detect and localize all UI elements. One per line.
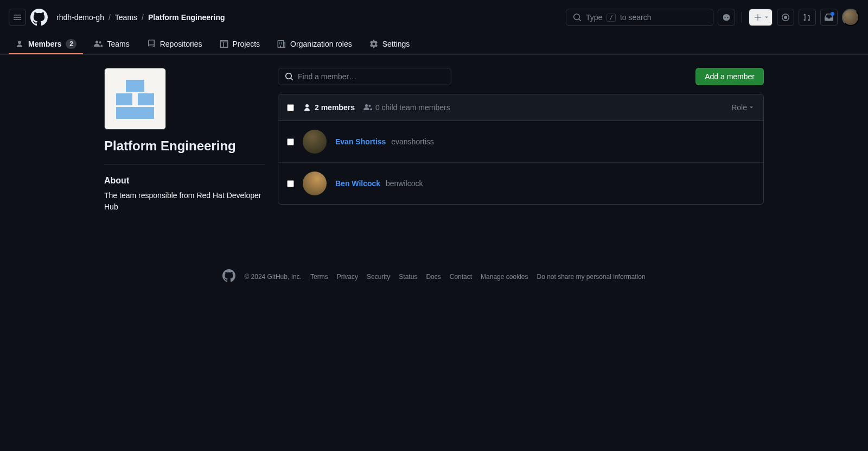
search-label: Type (586, 13, 602, 22)
inbox-icon (825, 13, 833, 22)
caret-down-icon (748, 104, 755, 111)
person-icon (15, 40, 24, 48)
select-all-checkbox[interactable] (287, 104, 294, 111)
member-username: evanshortiss (391, 137, 434, 146)
member-name-link[interactable]: Ben Wilcock (335, 179, 380, 188)
child-members-label: 0 child team members (375, 103, 450, 112)
member-avatar[interactable] (303, 130, 327, 154)
team-name: Platform Engineering (104, 138, 265, 154)
github-logo[interactable] (30, 9, 48, 26)
member-name-link[interactable]: Evan Shortiss (335, 137, 386, 146)
global-search[interactable]: Type / to search (566, 9, 713, 26)
member-info: Ben Wilcock benwilcock (335, 179, 423, 188)
main-container: Platform Engineering About The team resp… (87, 55, 781, 226)
notifications-button[interactable] (820, 9, 838, 26)
tab-label: Settings (382, 40, 410, 48)
footer: © 2024 GitHub, Inc. Terms Privacy Securi… (87, 247, 781, 306)
footer-link-privacy[interactable]: Privacy (337, 273, 358, 281)
sidebar: Platform Engineering About The team resp… (104, 68, 265, 213)
member-info: Evan Shortiss evanshortiss (335, 137, 434, 146)
find-member-input[interactable] (298, 72, 444, 81)
members-count-tab[interactable]: 2 members (303, 103, 355, 112)
select-member-checkbox[interactable] (287, 138, 294, 145)
svg-rect-1 (116, 93, 132, 105)
gear-icon (369, 40, 378, 48)
table-icon (220, 40, 228, 48)
tab-label: Members (28, 40, 61, 48)
members-box: 2 members 0 child team members Role Evan… (278, 94, 764, 205)
person-icon (303, 103, 311, 112)
divider (104, 164, 265, 165)
pull-request-icon (803, 13, 812, 22)
members-count-label: 2 members (315, 103, 355, 112)
header-actions: Type / to search (566, 9, 859, 26)
tab-repositories[interactable]: Repositories (141, 35, 209, 54)
about-text: The team responsible from Red Hat Develo… (104, 190, 265, 213)
footer-link-cookies[interactable]: Manage cookies (481, 273, 528, 281)
tab-members[interactable]: Members 2 (9, 35, 83, 54)
people-icon (363, 103, 372, 112)
breadcrumb-org[interactable]: rhdh-demo-gh (56, 13, 104, 22)
role-label: Role (731, 103, 747, 112)
team-tabs: Members 2 Teams Repositories Projects Or… (0, 35, 868, 55)
copilot-button[interactable] (718, 9, 735, 26)
breadcrumb-sep: / (108, 13, 111, 22)
team-avatar (104, 68, 166, 130)
child-members-tab[interactable]: 0 child team members (363, 103, 450, 112)
member-row: Evan Shortiss evanshortiss (278, 121, 763, 163)
footer-link-security[interactable]: Security (367, 273, 390, 281)
svg-rect-2 (138, 93, 154, 105)
tab-org-roles[interactable]: Organization roles (271, 35, 359, 54)
breadcrumb-teams[interactable]: Teams (115, 13, 137, 22)
organization-icon (277, 40, 286, 48)
global-header: rhdh-demo-gh / Teams / Platform Engineer… (0, 0, 868, 35)
issues-button[interactable] (777, 9, 794, 26)
create-new-button[interactable] (749, 9, 773, 26)
member-avatar[interactable] (303, 171, 327, 195)
search-kbd: / (607, 14, 616, 22)
divider (742, 12, 742, 23)
svg-rect-3 (116, 107, 154, 119)
breadcrumb: rhdh-demo-gh / Teams / Platform Engineer… (56, 13, 225, 22)
pull-requests-button[interactable] (799, 9, 816, 26)
main-content: Add a member 2 members 0 child team memb… (278, 68, 764, 213)
people-icon (94, 40, 103, 48)
team-avatar-icon (111, 74, 159, 123)
hamburger-icon (13, 13, 22, 22)
toolbar: Add a member (278, 68, 764, 85)
footer-link-status[interactable]: Status (399, 273, 417, 281)
svg-rect-0 (126, 80, 144, 92)
find-member-field[interactable] (278, 68, 451, 85)
github-logo-small[interactable] (222, 269, 235, 284)
issue-icon (781, 13, 790, 22)
tab-label: Organization roles (290, 40, 352, 48)
tab-label: Teams (107, 40, 129, 48)
repo-icon (147, 40, 156, 48)
search-icon (285, 72, 293, 81)
footer-link-do-not-share[interactable]: Do not share my personal information (537, 273, 645, 281)
footer-link-docs[interactable]: Docs (426, 273, 441, 281)
tab-projects[interactable]: Projects (213, 35, 267, 54)
role-filter[interactable]: Role (731, 103, 755, 112)
members-count: 2 (66, 39, 76, 49)
footer-link-contact[interactable]: Contact (450, 273, 472, 281)
copyright: © 2024 GitHub, Inc. (244, 273, 302, 281)
breadcrumb-sep: / (142, 13, 144, 22)
add-member-button[interactable]: Add a member (695, 68, 764, 85)
member-row: Ben Wilcock benwilcock (278, 163, 763, 204)
tab-teams[interactable]: Teams (87, 35, 136, 54)
user-avatar[interactable] (842, 9, 859, 26)
about-heading: About (104, 176, 265, 186)
search-icon (573, 13, 582, 22)
members-box-header: 2 members 0 child team members Role (278, 94, 763, 121)
tab-label: Repositories (160, 40, 202, 48)
hamburger-button[interactable] (9, 9, 26, 26)
caret-down-icon (763, 14, 770, 21)
select-member-checkbox[interactable] (287, 180, 294, 187)
search-suffix: to search (620, 13, 652, 22)
breadcrumb-current: Platform Engineering (148, 13, 225, 22)
member-username: benwilcock (386, 179, 423, 188)
footer-link-terms[interactable]: Terms (310, 273, 328, 281)
tab-settings[interactable]: Settings (363, 35, 417, 54)
plus-icon (754, 13, 762, 22)
